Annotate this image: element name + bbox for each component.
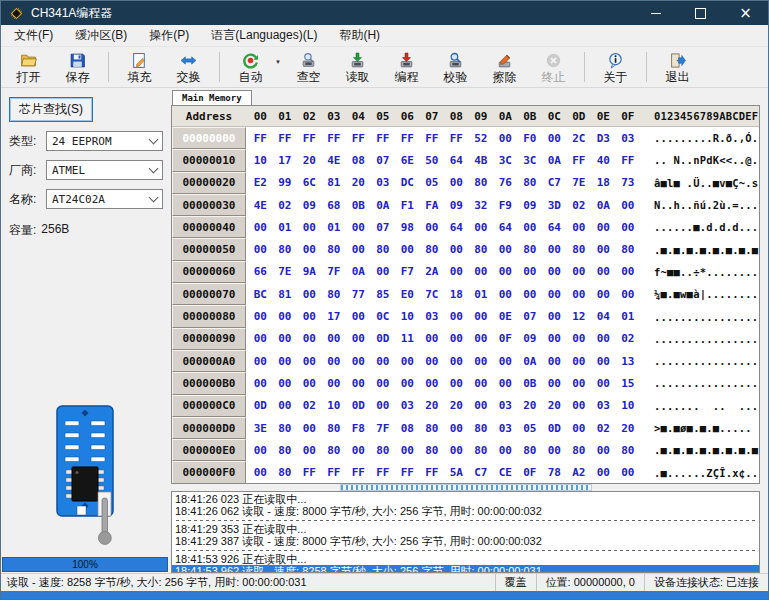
byte-cell[interactable]: FF (567, 154, 592, 167)
exit-button[interactable]: 退出 (655, 48, 700, 86)
byte-cell[interactable]: 00 (591, 332, 616, 345)
byte-cell[interactable]: 20 (542, 399, 567, 412)
byte-cell[interactable]: 03 (493, 399, 518, 412)
byte-cell[interactable]: C7 (469, 466, 494, 479)
byte-cell[interactable]: 0B (346, 199, 371, 212)
byte-cell[interactable]: 00 (542, 288, 567, 301)
byte-cell[interactable]: F0 (518, 132, 543, 145)
byte-cell[interactable]: 00 (542, 132, 567, 145)
byte-cell[interactable]: 85 (371, 288, 396, 301)
byte-cell[interactable]: 12 (567, 310, 592, 323)
byte-cell[interactable]: 09 (444, 199, 469, 212)
byte-cell[interactable]: 00 (567, 422, 592, 435)
byte-cell[interactable]: 00 (322, 377, 347, 390)
byte-cell[interactable]: 00 (420, 221, 445, 234)
byte-cell[interactable]: 3D (542, 199, 567, 212)
ascii-cell[interactable]: ................ (644, 311, 759, 323)
menu-buffer[interactable]: 缓冲区(B) (64, 25, 138, 46)
byte-cell[interactable]: D3 (591, 132, 616, 145)
chip-type-select[interactable]: 24 EEPROM (46, 131, 163, 151)
byte-cell[interactable]: 04 (591, 310, 616, 323)
byte-cell[interactable]: 00 (395, 444, 420, 457)
byte-cell[interactable]: 00 (248, 221, 273, 234)
byte-cell[interactable]: 00 (395, 243, 420, 256)
ascii-cell[interactable]: .■......ZÇÎ.x¢.. (644, 467, 759, 479)
byte-cell[interactable]: 02 (616, 332, 641, 345)
byte-cell[interactable]: 00 (567, 377, 592, 390)
byte-cell[interactable]: 02 (591, 422, 616, 435)
byte-cell[interactable]: 5A (444, 466, 469, 479)
ascii-cell[interactable]: .. N..nPdK<<..@. (644, 154, 759, 166)
byte-cell[interactable]: 00 (518, 221, 543, 234)
byte-cell[interactable]: 00 (297, 377, 322, 390)
byte-cell[interactable]: 09 (518, 332, 543, 345)
byte-cell[interactable]: 00 (567, 221, 592, 234)
menu-file[interactable]: 文件(F) (3, 25, 64, 46)
byte-cell[interactable]: 20 (346, 176, 371, 189)
byte-cell[interactable]: 80 (518, 176, 543, 189)
byte-cell[interactable]: FF (297, 466, 322, 479)
byte-cell[interactable]: 20 (616, 422, 641, 435)
byte-cell[interactable]: FF (616, 154, 641, 167)
byte-cell[interactable]: 80 (322, 288, 347, 301)
byte-cell[interactable]: FF (346, 132, 371, 145)
byte-cell[interactable]: 00 (493, 132, 518, 145)
byte-cell[interactable]: 00 (542, 332, 567, 345)
byte-cell[interactable]: 52 (469, 132, 494, 145)
byte-cell[interactable]: 98 (395, 221, 420, 234)
byte-cell[interactable]: 0D (542, 422, 567, 435)
byte-cell[interactable]: 10 (616, 399, 641, 412)
ascii-cell[interactable]: .■.■.■.■.■.■.■.■ (644, 244, 759, 256)
byte-cell[interactable]: 00 (518, 288, 543, 301)
byte-cell[interactable]: 00 (567, 355, 592, 368)
byte-cell[interactable]: 00 (273, 355, 298, 368)
byte-cell[interactable]: 0A (346, 265, 371, 278)
log-line[interactable]: 18:41:29 353 正在读取中... (172, 523, 759, 535)
byte-cell[interactable]: 0D (346, 399, 371, 412)
program-button[interactable]: 编程 (384, 48, 429, 86)
byte-cell[interactable]: 00 (542, 243, 567, 256)
byte-cell[interactable]: 00 (444, 243, 469, 256)
byte-cell[interactable]: A2 (567, 466, 592, 479)
byte-cell[interactable]: 00 (591, 444, 616, 457)
byte-cell[interactable]: 00 (346, 221, 371, 234)
byte-cell[interactable]: 00 (469, 221, 494, 234)
byte-cell[interactable]: 0F (493, 332, 518, 345)
byte-cell[interactable]: F7 (395, 265, 420, 278)
ascii-cell[interactable]: ................ (644, 355, 759, 367)
byte-cell[interactable]: 64 (444, 154, 469, 167)
byte-cell[interactable]: 02 (297, 399, 322, 412)
byte-cell[interactable]: 78 (542, 466, 567, 479)
byte-cell[interactable]: 00 (591, 377, 616, 390)
open-button[interactable]: 打开 (6, 48, 51, 86)
byte-cell[interactable]: 03 (591, 399, 616, 412)
byte-cell[interactable]: 4B (469, 154, 494, 167)
byte-cell[interactable]: 00 (248, 243, 273, 256)
byte-cell[interactable]: 00 (469, 377, 494, 390)
minimize-button[interactable] (633, 1, 678, 25)
byte-cell[interactable]: 80 (420, 243, 445, 256)
byte-cell[interactable]: 80 (469, 444, 494, 457)
byte-cell[interactable]: FF (248, 132, 273, 145)
byte-cell[interactable]: 00 (493, 265, 518, 278)
log-line[interactable]: 18:41:26 062 读取 - 速度: 8000 字节/秒, 大小: 256… (172, 505, 759, 517)
byte-cell[interactable]: 00 (542, 310, 567, 323)
byte-cell[interactable]: 02 (567, 199, 592, 212)
byte-cell[interactable]: 80 (322, 444, 347, 457)
byte-cell[interactable]: 00 (395, 355, 420, 368)
byte-cell[interactable]: 0D (371, 332, 396, 345)
byte-cell[interactable]: 00 (248, 332, 273, 345)
byte-cell[interactable]: 73 (616, 176, 641, 189)
ascii-cell[interactable]: ................ (644, 377, 759, 389)
byte-cell[interactable]: 50 (420, 154, 445, 167)
byte-cell[interactable]: 03 (616, 132, 641, 145)
byte-cell[interactable]: 00 (616, 466, 641, 479)
byte-cell[interactable]: 0A (542, 154, 567, 167)
byte-cell[interactable]: 00 (567, 332, 592, 345)
byte-cell[interactable]: 15 (616, 377, 641, 390)
byte-cell[interactable]: 20 (444, 399, 469, 412)
ascii-cell[interactable]: >■.■ø■.■.■..... (644, 422, 759, 434)
byte-cell[interactable]: 10 (395, 310, 420, 323)
byte-cell[interactable]: 00 (542, 377, 567, 390)
byte-cell[interactable]: 00 (297, 288, 322, 301)
